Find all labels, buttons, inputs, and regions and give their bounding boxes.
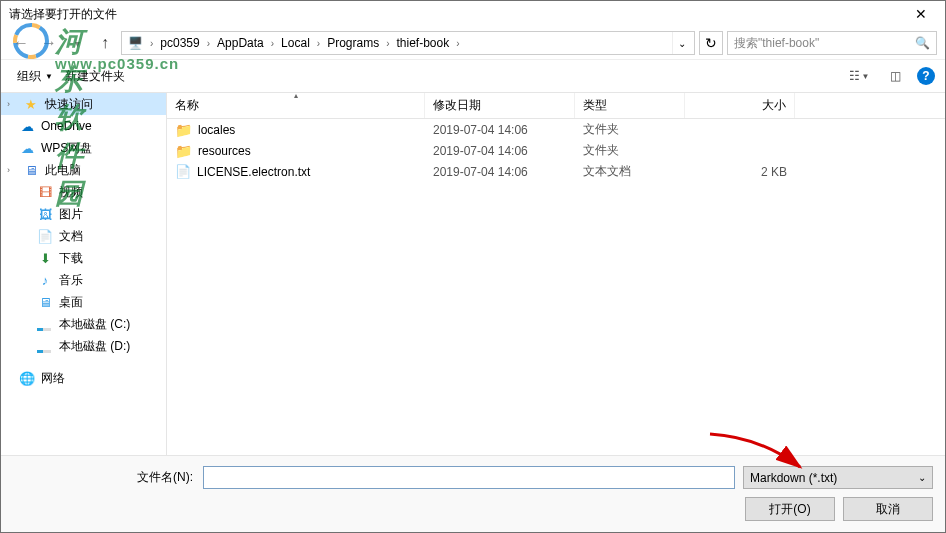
close-button[interactable]: ✕ — [901, 2, 941, 26]
search-placeholder: 搜索"thief-book" — [734, 35, 819, 52]
sidebar-item-label: 网络 — [41, 370, 65, 387]
cloud-blue-icon: ☁ — [19, 118, 35, 134]
crumb-segment[interactable]: AppData — [215, 36, 266, 50]
sidebar-item-label: 视频 — [59, 184, 83, 201]
open-button[interactable]: 打开(O) — [745, 497, 835, 521]
sidebar-item-pictures[interactable]: 🖼图片 — [1, 203, 166, 225]
window-title: 请选择要打开的文件 — [9, 6, 901, 23]
address-dropdown[interactable]: ⌄ — [672, 32, 690, 54]
recent-dropdown[interactable]: ▾ — [65, 31, 89, 55]
sidebar-item-label: 桌面 — [59, 294, 83, 311]
expand-icon[interactable]: › — [7, 165, 17, 175]
chevron-right-icon[interactable]: › — [383, 38, 392, 49]
pc-icon: 🖥 — [23, 162, 39, 178]
chevron-right-icon[interactable]: › — [147, 38, 156, 49]
filetype-select[interactable]: Markdown (*.txt) ⌄ — [743, 466, 933, 489]
column-headers: ▴名称 修改日期 类型 大小 — [167, 93, 945, 119]
search-input[interactable]: 搜索"thief-book" 🔍 — [727, 31, 937, 55]
preview-icon: ◫ — [890, 69, 901, 83]
img-icon: 🖼 — [37, 206, 53, 222]
chevron-right-icon[interactable]: › — [314, 38, 323, 49]
file-type: 文件夹 — [575, 142, 685, 159]
sidebar-item-quick[interactable]: ›★快速访问 — [1, 93, 166, 115]
crumb-segment[interactable]: pc0359 — [158, 36, 201, 50]
organize-menu[interactable]: 组织▼ — [11, 64, 59, 89]
sidebar-item-label: 此电脑 — [45, 162, 81, 179]
breadcrumb[interactable]: 🖥️ › pc0359 › AppData › Local › Programs… — [121, 31, 695, 55]
net-icon: 🌐 — [19, 370, 35, 386]
star-icon: ★ — [23, 96, 39, 112]
file-type: 文件夹 — [575, 121, 685, 138]
filename-input[interactable] — [203, 466, 735, 489]
up-button[interactable]: ↑ — [93, 31, 117, 55]
sidebar-item-music[interactable]: ♪音乐 — [1, 269, 166, 291]
sidebar-item-label: 音乐 — [59, 272, 83, 289]
back-button[interactable]: ← — [9, 31, 33, 55]
cancel-button[interactable]: 取消 — [843, 497, 933, 521]
help-button[interactable]: ? — [917, 67, 935, 85]
sidebar-item-label: 图片 — [59, 206, 83, 223]
sidebar-item-downloads[interactable]: ⬇下载 — [1, 247, 166, 269]
drive-icon — [37, 328, 51, 331]
column-name[interactable]: ▴名称 — [167, 93, 425, 118]
file-date: 2019-07-04 14:06 — [425, 144, 575, 158]
sidebar-item-label: 本地磁盘 (C:) — [59, 316, 130, 333]
file-name: resources — [198, 144, 251, 158]
chevron-down-icon: ⌄ — [918, 472, 926, 483]
column-date[interactable]: 修改日期 — [425, 93, 575, 118]
crumb-segment[interactable]: Local — [279, 36, 312, 50]
desk-icon: 🖥 — [37, 294, 53, 310]
sidebar-item-wps[interactable]: ☁WPS网盘 — [1, 137, 166, 159]
drive-icon — [37, 350, 51, 353]
doc-icon: 📄 — [37, 228, 53, 244]
view-options[interactable]: ☷▼ — [845, 65, 873, 87]
music-icon: ♪ — [37, 272, 53, 288]
sidebar-item-label: 快速访问 — [45, 96, 93, 113]
down-icon: ⬇ — [37, 250, 53, 266]
search-icon[interactable]: 🔍 — [915, 36, 930, 50]
sidebar-item-documents[interactable]: 📄文档 — [1, 225, 166, 247]
file-size: 2 KB — [685, 165, 795, 179]
column-type[interactable]: 类型 — [575, 93, 685, 118]
folder-icon: 📁 — [175, 122, 192, 138]
file-row[interactable]: 📄LICENSE.electron.txt2019-07-04 14:06文本文… — [167, 161, 945, 182]
sidebar-item-drived[interactable]: 本地磁盘 (D:) — [1, 335, 166, 357]
filetype-value: Markdown (*.txt) — [750, 471, 837, 485]
sidebar-item-drivec[interactable]: 本地磁盘 (C:) — [1, 313, 166, 335]
new-folder-button[interactable]: 新建文件夹 — [59, 64, 131, 89]
chevron-right-icon[interactable]: › — [268, 38, 277, 49]
file-date: 2019-07-04 14:06 — [425, 123, 575, 137]
sidebar-item-label: 下载 — [59, 250, 83, 267]
view-icon: ☷ — [849, 69, 860, 83]
sidebar-item-label: 文档 — [59, 228, 83, 245]
column-size[interactable]: 大小 — [685, 93, 795, 118]
sidebar-item-label: OneDrive — [41, 119, 92, 133]
crumb-segment[interactable]: Programs — [325, 36, 381, 50]
sidebar-item-video[interactable]: 🎞视频 — [1, 181, 166, 203]
preview-pane-button[interactable]: ◫ — [881, 65, 909, 87]
cloud-lt-icon: ☁ — [19, 140, 35, 156]
chevron-right-icon[interactable]: › — [453, 38, 462, 49]
sidebar-item-pc[interactable]: ›🖥此电脑 — [1, 159, 166, 181]
text-file-icon: 📄 — [175, 164, 191, 179]
folder-icon: 📁 — [175, 143, 192, 159]
crumb-segment[interactable]: thief-book — [395, 36, 452, 50]
file-type: 文本文档 — [575, 163, 685, 180]
sidebar-item-network[interactable]: 🌐网络 — [1, 367, 166, 389]
file-list[interactable]: 📁locales2019-07-04 14:06文件夹📁resources201… — [167, 119, 945, 455]
forward-button[interactable]: → — [37, 31, 61, 55]
file-row[interactable]: 📁resources2019-07-04 14:06文件夹 — [167, 140, 945, 161]
file-name: locales — [198, 123, 235, 137]
expand-icon[interactable]: › — [7, 99, 17, 109]
file-row[interactable]: 📁locales2019-07-04 14:06文件夹 — [167, 119, 945, 140]
file-name: LICENSE.electron.txt — [197, 165, 310, 179]
sidebar-item-label: WPS网盘 — [41, 140, 92, 157]
chevron-right-icon[interactable]: › — [204, 38, 213, 49]
sidebar-item-onedrive[interactable]: ☁OneDrive — [1, 115, 166, 137]
vid-icon: 🎞 — [37, 184, 53, 200]
pc-icon: 🖥️ — [128, 36, 143, 50]
sidebar-item-label: 本地磁盘 (D:) — [59, 338, 130, 355]
refresh-button[interactable]: ↻ — [699, 31, 723, 55]
sidebar-item-desktop[interactable]: 🖥桌面 — [1, 291, 166, 313]
navigation-tree[interactable]: ›★快速访问☁OneDrive☁WPS网盘›🖥此电脑🎞视频🖼图片📄文档⬇下载♪音… — [1, 93, 167, 455]
